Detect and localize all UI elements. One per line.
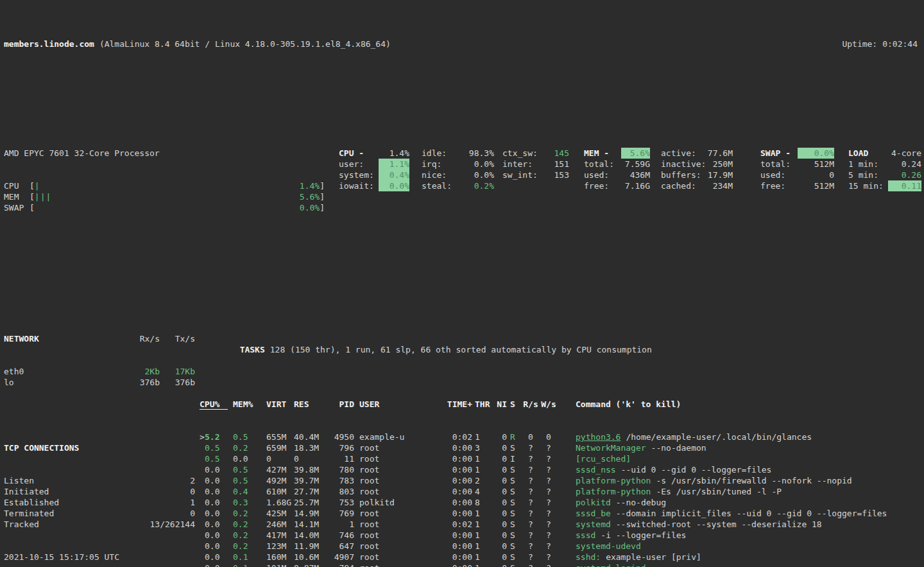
stat-value: 0.0% <box>459 159 494 170</box>
status-cell: S <box>510 497 517 508</box>
stat-key: cached: <box>661 180 707 191</box>
time-cell: 0:00 <box>422 541 472 552</box>
mem-percent-cell: 0.2 <box>233 442 266 453</box>
header-pid[interactable]: PID <box>330 399 354 410</box>
command-args: example-user [priv] <box>606 552 701 562</box>
gauge-row: MEM[|||5.6%] <box>4 191 325 202</box>
hostname: members.linode.com <box>4 39 94 49</box>
nice-cell: 0 <box>494 453 507 464</box>
command-name: systemd <box>576 519 611 529</box>
stat-value: 0.24 <box>888 159 921 170</box>
process-row[interactable]: 0.00.1160M10.6M4907root0:0010S??sshd:exa… <box>200 552 924 563</box>
header-res[interactable]: RES <box>294 399 330 410</box>
virt-cell: 425M <box>266 508 294 519</box>
write-rate-cell: ? <box>540 497 558 508</box>
write-rate-cell: ? <box>540 442 558 453</box>
command-name: [rcu_sched] <box>576 454 631 464</box>
stat-value <box>543 180 569 191</box>
selection-marker-icon <box>200 486 205 497</box>
stat-value: 7.59G <box>621 159 650 170</box>
process-row[interactable]: 0.50.2659M18.3M796root0:0030S??NetworkMa… <box>200 442 924 453</box>
sidebar-row: Terminated0 <box>4 508 195 519</box>
cpu-percent-cell: 0.5 <box>200 453 233 464</box>
process-row[interactable]: 0.00.5427M39.8M780root0:0010S??sssd_nss-… <box>200 464 924 475</box>
command-name: python3.6 <box>576 432 620 442</box>
stat-key: inactive: <box>661 159 707 170</box>
header-ni[interactable]: NI <box>494 399 507 410</box>
tasks-counts: 128 (150 thr), 1 run, 61 slp, 66 oth <box>270 345 451 354</box>
nice-cell: 0 <box>494 541 507 552</box>
process-row[interactable]: 0.00.2425M14.9M769root0:0010S??sssd_be--… <box>200 508 924 519</box>
time-cell: 0:00 <box>422 464 472 475</box>
stat-value: 77.6M <box>707 148 733 159</box>
stat-column: MEM -5.6% total:7.59G used:436M free:7.1… <box>584 126 650 235</box>
time-cell: 0:02 <box>422 519 472 530</box>
sidebar-item-value2: 17Kb <box>160 366 195 377</box>
process-row[interactable]: 0.00.2246M14.1M1root0:0210S??systemd--sw… <box>200 519 924 530</box>
process-row[interactable]: 0.00.4610M27.7M803root0:0040S??platform-… <box>200 486 924 497</box>
system-identity: members.linode.com(AlmaLinux 8.4 64bit /… <box>4 39 391 49</box>
status-cell: S <box>510 442 517 453</box>
gauge-bar <box>35 202 293 213</box>
header-user[interactable]: USER <box>359 399 422 410</box>
stat-key: nice: <box>422 170 459 180</box>
header-command[interactable]: Command ('k' to kill) <box>576 399 924 410</box>
sidebar-item-value1 <box>124 475 160 486</box>
time-cell: 0:00 <box>422 497 472 508</box>
process-row[interactable]: 5.20.5655M40.4M4950example-u0:0210R00pyt… <box>200 432 924 442</box>
gauge-row: SWAP[0.0%] <box>4 202 325 213</box>
read-rate-cell: ? <box>522 508 540 519</box>
stat-columns: CPU -1.4% user:1.1% system:0.4% iowait:0… <box>339 126 921 235</box>
tasks-panel: TASKS128 (150 thr), 1 run, 61 slp, 66 ot… <box>195 311 924 567</box>
header-virt[interactable]: VIRT <box>266 399 294 410</box>
header-mem[interactable]: MEM% <box>233 399 266 410</box>
stat-key: 1 min: <box>848 159 888 170</box>
header-time[interactable]: TIME+ <box>422 399 472 410</box>
stat-kv-row: free:512M <box>760 180 834 191</box>
process-row[interactable]: 0.00.1101M9.87M784root0:0010S??systemd-l… <box>200 563 924 567</box>
process-row[interactable]: 0.50.00011root0:0010I??[rcu_sched] <box>200 453 924 464</box>
threads-cell: 1 <box>475 552 494 563</box>
sidebar-row: Initiated0 <box>4 486 195 497</box>
sidebar-row: Tracked13/262144 <box>4 519 195 530</box>
cpu-percent-cell: 0.0 <box>200 497 233 508</box>
threads-cell: 4 <box>475 486 494 497</box>
top-bar: members.linode.com(AlmaLinux 8.4 64bit /… <box>0 39 924 49</box>
uptime: Uptime:0:02:44 <box>842 39 918 49</box>
stat-kv-list: SWAP -0.0% total:512M used:0 free:512M <box>760 148 834 191</box>
sidebar-item-value2: 13/262144 <box>150 519 195 530</box>
sidebar-item-value2: 2 <box>160 475 195 486</box>
process-row[interactable]: 0.00.31.68G25.7M753polkitd0:0080S??polki… <box>200 497 924 508</box>
read-rate-cell: ? <box>522 453 540 464</box>
os-info: (AlmaLinux 8.4 64bit / Linux 4.18.0-305.… <box>99 39 391 49</box>
command-name: platform-python <box>576 487 651 496</box>
threads-cell: 1 <box>475 453 494 464</box>
header-read-rate[interactable]: R/s <box>522 399 540 410</box>
read-rate-cell: 0 <box>522 432 540 442</box>
stat-kv-row: used:436M <box>584 170 650 180</box>
process-row[interactable]: 0.00.2417M14.0M746root0:0010S??sssd-i --… <box>200 530 924 541</box>
nice-cell: 0 <box>494 464 507 475</box>
res-cell: 14.9M <box>294 508 330 519</box>
command-args: --switched-root --system --deserialize 1… <box>616 519 822 529</box>
selection-marker-icon <box>200 563 205 567</box>
sidebar-col1-header <box>124 442 160 453</box>
res-cell: 40.4M <box>294 432 330 442</box>
stat-kv-list: idle:98.3% irq:0.0% nice:0.0% steal:0.2% <box>422 148 494 191</box>
status-cell: R <box>510 432 517 442</box>
pid-cell: 4950 <box>330 432 354 442</box>
process-row[interactable]: 0.00.5492M39.7M783root0:0020S??platform-… <box>200 475 924 486</box>
stat-kv-row: buffers:17.9M <box>661 170 733 180</box>
sidebar-item-name: Terminated <box>4 508 124 519</box>
sidebar-item-name: Tracked <box>4 519 115 530</box>
header-status[interactable]: S <box>510 399 517 410</box>
header-cpu[interactable]: CPU% <box>200 399 233 410</box>
stat-kv-row: SWAP -0.0% <box>760 148 834 159</box>
user-cell: root <box>359 453 422 464</box>
stat-value: 0.4% <box>379 170 409 180</box>
stat-value: 234M <box>707 180 733 191</box>
header-thr[interactable]: THR <box>475 399 494 410</box>
header-write-rate[interactable]: W/s <box>540 399 558 410</box>
sidebar-rows: Listen2 Initiated0 Established1 Terminat… <box>4 475 195 530</box>
process-row[interactable]: 0.00.2123M11.9M647root0:0010S??systemd-u… <box>200 541 924 552</box>
